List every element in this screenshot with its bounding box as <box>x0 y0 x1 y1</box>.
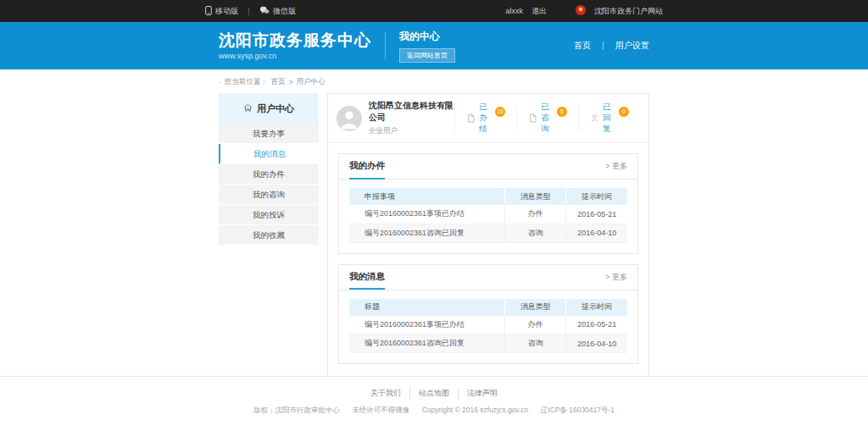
divider <box>248 8 249 15</box>
message-type-cell: 办件 <box>505 316 566 334</box>
divider <box>603 41 604 50</box>
stat-completed-label: 已办结 <box>479 102 492 135</box>
table-row[interactable]: 编号20160002361事项已办结 办件 2016-05-21 <box>349 316 627 334</box>
section-my-cases: 我的办件 > 更多 申报事项 消息类型 提示时间 编号20160002361事项… <box>338 153 638 254</box>
cases-table: 申报事项 消息类型 提示时间 编号20160002361事项已办结 办件 201… <box>349 188 627 243</box>
stat-replied-badge: 0 <box>619 107 629 117</box>
back-home-button[interactable]: 返回网站首页 <box>399 48 455 63</box>
breadcrumb-separator: > <box>289 78 293 86</box>
footer-links: 关于我们 站点地图 法律声明 <box>0 388 868 399</box>
document-icon <box>528 111 537 126</box>
wechat-version-link[interactable]: 微信版 <box>259 6 296 17</box>
column-header: 标题 <box>349 299 505 316</box>
section-title: 我的办件 <box>349 155 385 180</box>
copyright-text: Copyright © 2016 szfuzjcs.gov.cn <box>422 406 529 414</box>
section-header: 我的办件 > 更多 <box>339 154 637 180</box>
sidebar-item-i-want-to-handle[interactable]: 我要办事 <box>219 124 319 144</box>
profile-stats: 已办结 10 已咨询 5 已回复 0 <box>454 106 640 131</box>
breadcrumb: · 您当前位置： 首页 > 用户中心 <box>219 77 649 87</box>
time-cell: 2016-05-21 <box>566 316 627 334</box>
national-emblem-icon <box>576 5 586 17</box>
wechat-version-label: 微信版 <box>273 6 296 17</box>
stat-consulted-label: 已咨询 <box>541 102 554 135</box>
time-cell: 2016-04-10 <box>566 334 627 353</box>
logout-link[interactable]: 退出 <box>531 6 547 17</box>
sidebar-header: 用户中心 <box>219 93 319 124</box>
more-link[interactable]: > 更多 <box>605 161 627 172</box>
more-link[interactable]: > 更多 <box>605 272 627 283</box>
copyright-owner: 版权：沈阳市行政审批中心 <box>253 406 340 414</box>
case-title-cell: 编号20160002361事项已办结 <box>349 205 505 224</box>
site-logo-block[interactable]: 沈阳市政务服务中心 www.sysp.gov.cn <box>219 31 371 61</box>
site-url: www.sysp.gov.cn <box>219 52 371 60</box>
content-area: 用户中心 我要办事 我的消息 我的办件 我的咨询 我的投诉 我的收藏 沈阳昂立信… <box>219 93 649 379</box>
sidebar-item-my-complaints[interactable]: 我的投诉 <box>219 205 319 225</box>
column-header: 消息类型 <box>505 188 566 205</box>
column-header: 消息类型 <box>505 299 566 316</box>
user-type-label: 企业用户 <box>369 126 454 136</box>
icp-number: 辽ICP备 16030417号-1 <box>541 406 615 414</box>
messages-table: 标题 消息类型 提示时间 编号20160002361事项已办结 办件 2016-… <box>349 299 627 354</box>
portal-site-link[interactable]: 沈阳市政务门户网站 <box>594 6 663 17</box>
mobile-version-label: 移动版 <box>215 6 238 17</box>
sidebar-item-my-messages[interactable]: 我的消息 <box>219 144 319 164</box>
center-block: 我的中心 返回网站首页 <box>399 30 455 63</box>
table-row[interactable]: 编号20160002361咨询已回复 咨询 2016-04-10 <box>349 334 627 353</box>
case-title-cell: 编号20160002361咨询已回复 <box>349 224 505 242</box>
nav-home-link[interactable]: 首页 <box>574 40 591 52</box>
site-header: 沈阳市政务服务中心 www.sysp.gov.cn 我的中心 返回网站首页 首页… <box>0 22 868 69</box>
stat-consulted-link[interactable]: 已咨询 5 <box>516 106 578 131</box>
table-row[interactable]: 编号20160002361事项已办结 办件 2016-05-21 <box>349 205 627 224</box>
time-cell: 2016-05-21 <box>566 205 627 224</box>
message-title-cell: 编号20160002361咨询已回复 <box>349 334 505 353</box>
breadcrumb-current[interactable]: 用户中心 <box>297 77 326 87</box>
column-header: 提示时间 <box>566 188 627 205</box>
sidebar-title: 用户中心 <box>257 102 294 115</box>
breadcrumb-home-link[interactable]: 首页 <box>271 77 286 87</box>
footer-about-link[interactable]: 关于我们 <box>362 388 410 399</box>
home-icon <box>243 103 253 114</box>
message-title-cell: 编号20160002361事项已办结 <box>349 316 505 334</box>
footer: 关于我们 站点地图 法律声明 版权：沈阳市行政审批中心 未经许可不得镜像 Cop… <box>0 376 868 431</box>
site-title: 沈阳市政务服务中心 <box>219 31 371 51</box>
main-panel: 沈阳昂立信息科技有限公司 企业用户 已办结 10 已咨询 5 <box>327 93 649 379</box>
sidebar-item-my-consultations[interactable]: 我的咨询 <box>219 185 319 205</box>
footer-copyright: 版权：沈阳市行政审批中心 未经许可不得镜像 Copyright © 2016 s… <box>0 406 868 416</box>
divider <box>385 32 386 59</box>
section-title: 我的消息 <box>349 265 385 290</box>
stat-replied-link[interactable]: 已回复 0 <box>578 106 640 131</box>
stat-consulted-badge: 5 <box>557 107 567 117</box>
profile-info: 沈阳昂立信息科技有限公司 企业用户 <box>369 100 454 136</box>
stat-completed-link[interactable]: 已办结 10 <box>454 106 516 131</box>
sidebar-item-my-cases[interactable]: 我的办件 <box>219 164 319 185</box>
mirror-notice: 未经许可不得镜像 <box>352 406 409 414</box>
breadcrumb-bullet: · <box>219 78 221 86</box>
profile-row: 沈阳昂立信息科技有限公司 企业用户 已办结 10 已咨询 5 <box>328 94 648 143</box>
message-type-cell: 咨询 <box>505 224 566 242</box>
mobile-version-link[interactable]: 移动版 <box>205 6 238 17</box>
sidebar: 用户中心 我要办事 我的消息 我的办件 我的咨询 我的投诉 我的收藏 <box>219 93 319 246</box>
person-icon <box>590 111 599 126</box>
section-my-messages: 我的消息 > 更多 标题 消息类型 提示时间 编号20160002361事项已办… <box>338 264 638 365</box>
message-type-cell: 办件 <box>505 205 566 224</box>
wechat-icon <box>259 6 270 16</box>
sidebar-item-my-favorites[interactable]: 我的收藏 <box>219 225 319 246</box>
table-header-row: 标题 消息类型 提示时间 <box>349 299 627 316</box>
mobile-phone-icon <box>205 6 212 17</box>
table-row[interactable]: 编号20160002361咨询已回复 咨询 2016-04-10 <box>349 224 627 242</box>
footer-sitemap-link[interactable]: 站点地图 <box>410 388 459 399</box>
company-name: 沈阳昂立信息科技有限公司 <box>369 100 454 124</box>
page-title: 我的中心 <box>399 30 455 44</box>
username[interactable]: alxxk <box>505 7 523 15</box>
column-header: 申报事项 <box>349 188 505 205</box>
avatar <box>337 106 362 131</box>
time-cell: 2016-04-10 <box>566 224 627 242</box>
stat-completed-badge: 10 <box>495 107 505 117</box>
column-header: 提示时间 <box>566 299 627 316</box>
message-type-cell: 咨询 <box>505 334 566 353</box>
table-header-row: 申报事项 消息类型 提示时间 <box>349 188 627 205</box>
document-icon <box>466 111 476 126</box>
footer-legal-link[interactable]: 法律声明 <box>459 388 506 399</box>
stat-replied-label: 已回复 <box>603 102 615 135</box>
nav-user-settings-link[interactable]: 用户设置 <box>615 40 649 52</box>
